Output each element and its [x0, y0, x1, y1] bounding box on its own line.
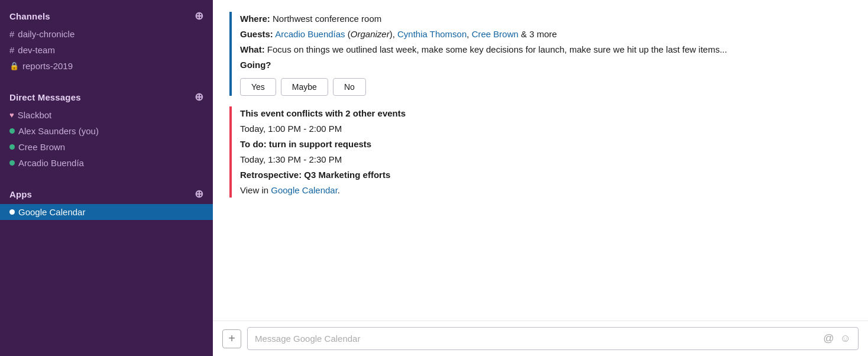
- going-label-line: Going?: [240, 58, 851, 72]
- view-in-prefix: View in: [240, 185, 271, 195]
- channel-hash-icon: #: [9, 29, 14, 39]
- sidebar-item-arcadio-buendia[interactable]: Arcadio Buendía: [0, 155, 213, 171]
- sidebar-item-label: Alex Saunders (you): [18, 126, 99, 136]
- event1-time: Today, 1:00 PM - 2:00 PM: [240, 122, 851, 136]
- event-guests-line: Guests: Arcadio Buendías (Organizer), Cy…: [240, 27, 851, 41]
- presence-dot: [9, 144, 15, 150]
- main-content: Where: Northwest conference room Guests:…: [213, 0, 868, 356]
- sidebar-item-label: Cree Brown: [18, 142, 65, 152]
- conflict-title: This event conflicts with 2 other events: [240, 106, 851, 121]
- google-calendar-link[interactable]: Google Calendar: [271, 185, 338, 195]
- sidebar-item-daily-chronicle[interactable]: # daily-chronicle: [0, 26, 213, 42]
- sidebar-item-slackbot[interactable]: ♥ Slackbot: [0, 107, 213, 123]
- lock-icon: 🔒: [9, 62, 19, 70]
- sidebar-item-reports-2019[interactable]: 🔒 reports-2019: [0, 58, 213, 74]
- message-placeholder: Message Google Calendar: [255, 334, 360, 344]
- channels-section-header: Channels ⊕: [0, 0, 213, 26]
- channels-label: Channels: [9, 11, 50, 21]
- chat-area: Where: Northwest conference room Guests:…: [213, 0, 868, 321]
- event2-title-text: Retrospective: Q3 Marketing efforts: [240, 170, 390, 180]
- message-input-bar: + Message Google Calendar @ ☺: [213, 321, 868, 356]
- rsvp-buttons: Yes Maybe No: [240, 78, 851, 96]
- add-channel-icon[interactable]: ⊕: [195, 11, 203, 21]
- conflict-text: This event conflicts with 2 other events: [240, 108, 406, 118]
- sidebar-item-label: daily-chronicle: [18, 29, 75, 39]
- sidebar: Channels ⊕ # daily-chronicle # dev-team …: [0, 0, 213, 356]
- conflict-block: This event conflicts with 2 other events…: [229, 106, 851, 198]
- guest1-link[interactable]: Arcadio Buendías: [275, 29, 345, 39]
- sidebar-item-cree-brown[interactable]: Cree Brown: [0, 139, 213, 155]
- sidebar-item-label: Arcadio Buendía: [18, 158, 84, 168]
- sidebar-item-google-calendar[interactable]: Google Calendar: [0, 204, 213, 220]
- what-value: Focus on things we outlined last week, m…: [267, 44, 727, 54]
- presence-dot: [9, 128, 15, 134]
- add-app-icon[interactable]: ⊕: [195, 189, 203, 199]
- channel-hash-icon: #: [9, 45, 14, 55]
- presence-dot: [9, 160, 15, 166]
- add-attachment-button[interactable]: +: [222, 329, 241, 348]
- plus-icon: +: [228, 332, 235, 345]
- message-input-icons: @ ☺: [823, 332, 851, 345]
- event-what-line: What: Focus on things we outlined last w…: [240, 43, 851, 57]
- message-input-field[interactable]: Message Google Calendar @ ☺: [247, 327, 859, 350]
- at-icon[interactable]: @: [823, 332, 834, 345]
- view-in-line: View in Google Calendar.: [240, 183, 851, 198]
- sidebar-item-label: Google Calendar: [18, 207, 85, 217]
- sidebar-item-dev-team[interactable]: # dev-team: [0, 42, 213, 58]
- presence-dot: [9, 209, 15, 215]
- yes-button[interactable]: Yes: [240, 78, 276, 96]
- where-value: Northwest conference room: [273, 14, 381, 24]
- event-where-line: Where: Northwest conference room: [240, 12, 851, 26]
- channels-section: Channels ⊕ # daily-chronicle # dev-team …: [0, 0, 213, 74]
- direct-messages-section: Direct Messages ⊕ ♥ Slackbot Alex Saunde…: [0, 81, 213, 171]
- dm-section-header: Direct Messages ⊕: [0, 81, 213, 107]
- add-dm-icon[interactable]: ⊕: [195, 92, 203, 102]
- where-label: Where:: [240, 14, 270, 24]
- view-in-suffix: .: [338, 185, 340, 195]
- guest1-note: (Organizer),: [348, 29, 395, 39]
- event2-time: Today, 1:30 PM - 2:30 PM: [240, 153, 851, 167]
- event-details-block: Where: Northwest conference room Guests:…: [229, 12, 851, 96]
- apps-label: Apps: [9, 189, 32, 199]
- guest-more: & 3 more: [521, 29, 557, 39]
- guest2-link[interactable]: Cynthia Thomson: [397, 29, 467, 39]
- maybe-button[interactable]: Maybe: [281, 78, 328, 96]
- guests-label: Guests:: [240, 29, 273, 39]
- apps-section-header: Apps ⊕: [0, 178, 213, 204]
- emoji-icon[interactable]: ☺: [840, 332, 851, 345]
- sidebar-item-label: dev-team: [18, 45, 55, 55]
- event1-title: To do: turn in support requests: [240, 137, 851, 151]
- guest3-link[interactable]: Cree Brown: [472, 29, 519, 39]
- dm-label: Direct Messages: [9, 92, 81, 102]
- sidebar-item-label: Slackbot: [18, 110, 52, 120]
- no-button[interactable]: No: [333, 78, 366, 96]
- apps-section: Apps ⊕ Google Calendar: [0, 178, 213, 220]
- heart-icon: ♥: [9, 111, 14, 119]
- event2-title: Retrospective: Q3 Marketing efforts: [240, 168, 851, 182]
- comma2: ,: [467, 29, 469, 39]
- going-label: Going?: [240, 60, 271, 70]
- sidebar-item-label: reports-2019: [22, 61, 73, 71]
- event1-title-text: To do: turn in support requests: [240, 139, 371, 149]
- what-label: What:: [240, 44, 265, 54]
- sidebar-item-alex-saunders[interactable]: Alex Saunders (you): [0, 123, 213, 139]
